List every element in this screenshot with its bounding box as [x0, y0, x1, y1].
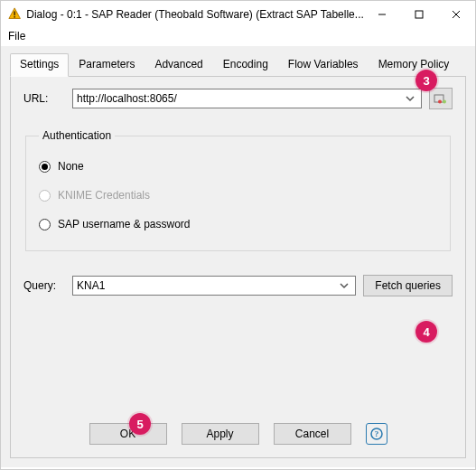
svg-point-9	[438, 100, 442, 104]
menu-file[interactable]: File	[8, 30, 25, 42]
tab-parameters[interactable]: Parameters	[69, 53, 145, 76]
help-button[interactable]: ?	[366, 423, 387, 445]
app-icon	[8, 7, 21, 22]
auth-none-label: None	[58, 160, 84, 173]
window-title: Dialog - 0:1 - SAP Reader (Theobald Soft…	[26, 8, 364, 21]
auth-sap-label: SAP username & password	[58, 218, 191, 230]
tab-encoding[interactable]: Encoding	[213, 53, 278, 76]
radio-icon	[39, 161, 51, 173]
auth-option-knime: KNIME Credentials	[39, 189, 437, 202]
url-value: http://localhost:8065/	[77, 92, 403, 105]
callout-3: 3	[415, 70, 437, 91]
tab-advanced[interactable]: Advanced	[145, 53, 212, 76]
tab-settings[interactable]: Settings	[10, 53, 69, 77]
minimize-button[interactable]	[364, 1, 401, 28]
svg-rect-4	[415, 11, 423, 18]
svg-point-8	[443, 100, 446, 104]
query-value: KNA1	[77, 279, 337, 292]
cancel-button[interactable]: Cancel	[274, 423, 351, 445]
url-combo[interactable]: http://localhost:8065/	[72, 89, 422, 108]
query-row: Query: KNA1 Fetch queries	[23, 275, 453, 296]
menubar: File	[1, 28, 475, 46]
authentication-group: Authentication None KNIME Credentials SA…	[25, 129, 451, 251]
tabstrip: Settings Parameters Advanced Encoding Fl…	[10, 53, 466, 77]
auth-option-sap[interactable]: SAP username & password	[39, 218, 437, 230]
titlebar: Dialog - 0:1 - SAP Reader (Theobald Soft…	[1, 1, 475, 28]
ok-button[interactable]: OK	[89, 423, 167, 445]
chevron-down-icon	[337, 281, 351, 290]
svg-text:?: ?	[374, 429, 378, 438]
callout-5: 5	[129, 413, 151, 435]
browse-url-button[interactable]	[429, 88, 453, 109]
query-combo[interactable]: KNA1	[72, 276, 356, 296]
callout-4: 4	[415, 321, 437, 343]
query-label: Query:	[23, 279, 65, 292]
fetch-queries-button[interactable]: Fetch queries	[363, 275, 453, 296]
url-row: URL: http://localhost:8065/	[23, 88, 453, 109]
tab-memory-policy[interactable]: Memory Policy	[369, 53, 460, 76]
authentication-legend: Authentication	[39, 129, 115, 142]
auth-option-none[interactable]: None	[39, 160, 437, 173]
auth-knime-label: KNIME Credentials	[58, 189, 150, 202]
svg-rect-1	[14, 11, 15, 14]
chevron-down-icon	[403, 94, 417, 103]
radio-icon	[39, 190, 51, 202]
url-label: URL:	[23, 92, 65, 105]
radio-icon	[39, 219, 51, 230]
apply-button[interactable]: Apply	[182, 423, 259, 445]
settings-panel: URL: http://localhost:8065/ Authenticati…	[10, 77, 466, 458]
close-button[interactable]	[438, 1, 475, 28]
tab-flow-variables[interactable]: Flow Variables	[278, 53, 369, 76]
content-area: Settings Parameters Advanced Encoding Fl…	[1, 46, 475, 467]
maximize-button[interactable]	[401, 1, 438, 28]
svg-rect-2	[14, 16, 15, 18]
dialog-footer: OK Apply Cancel ?	[23, 412, 453, 445]
